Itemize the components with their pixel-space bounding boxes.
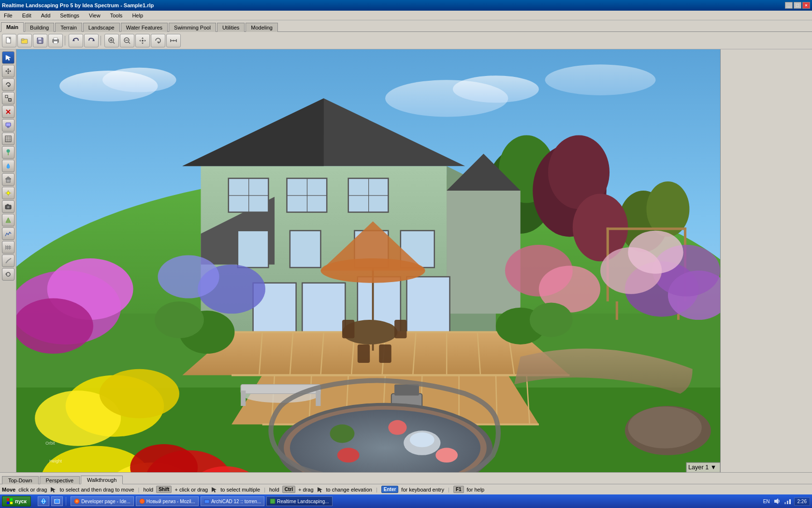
- svg-marker-50: [5, 177, 11, 179]
- status-detail3: to change elevation: [326, 487, 372, 493]
- tab-main[interactable]: Main: [1, 22, 24, 32]
- svg-rect-36: [9, 99, 11, 101]
- menu-tools[interactable]: Tools: [108, 12, 125, 19]
- start-button[interactable]: пуск: [2, 496, 31, 507]
- svg-point-158: [388, 420, 406, 435]
- water-tool[interactable]: [2, 160, 14, 172]
- save-button[interactable]: [33, 34, 47, 47]
- light-tool[interactable]: [2, 187, 14, 199]
- fence-tool[interactable]: [2, 241, 14, 254]
- tab-water-features[interactable]: Water Features: [121, 23, 168, 32]
- titlebar: Realtime Landscaping Pro 5 by Idea Spect…: [0, 0, 812, 11]
- taskbar-developer-page[interactable]: Developer page - Ide...: [71, 496, 134, 506]
- browser-icon: [74, 498, 80, 504]
- plant-tool[interactable]: [2, 146, 14, 159]
- quicklaunch-ie[interactable]: [38, 496, 49, 506]
- structure-tool[interactable]: [2, 173, 14, 186]
- svg-rect-200: [10, 498, 13, 501]
- redo-button[interactable]: [84, 34, 99, 47]
- svg-rect-212: [270, 499, 275, 504]
- elevation-tool[interactable]: [2, 227, 14, 240]
- viewport[interactable]: Layer 1 ▼ Orbit Height: [16, 49, 720, 472]
- quicklaunch-2[interactable]: [51, 496, 63, 506]
- svg-point-159: [435, 448, 458, 463]
- network-icon[interactable]: [783, 497, 791, 505]
- ctrl-key: Ctrl: [282, 486, 295, 493]
- paint-tool[interactable]: [2, 119, 14, 132]
- svg-rect-211: [204, 500, 209, 503]
- svg-marker-196: [51, 487, 56, 493]
- measure-button[interactable]: [166, 34, 181, 47]
- svg-point-33: [7, 71, 9, 72]
- delete-tool[interactable]: [2, 105, 14, 118]
- status-hold2-label: hold: [269, 487, 279, 493]
- menu-edit[interactable]: Edit: [20, 12, 33, 19]
- rotate-view-button[interactable]: [151, 34, 165, 47]
- select-tool[interactable]: [2, 51, 14, 64]
- svg-point-161: [628, 406, 702, 448]
- move-tool[interactable]: [2, 65, 14, 77]
- status-instruction1: click or drag: [18, 487, 47, 493]
- statusbar: Move click or drag to select and then dr…: [0, 484, 812, 494]
- start-label: пуск: [15, 498, 27, 504]
- zoom-out-button[interactable]: [120, 34, 134, 47]
- svg-rect-142: [394, 320, 406, 338]
- camera-tool[interactable]: [2, 200, 14, 213]
- svg-point-185: [530, 302, 573, 337]
- menu-settings[interactable]: Settings: [58, 12, 81, 19]
- undo-button[interactable]: [69, 34, 83, 47]
- maximize-button[interactable]: □: [794, 2, 801, 9]
- tab-landscape[interactable]: Landscape: [83, 23, 120, 32]
- zoom-in-button[interactable]: [104, 34, 119, 47]
- taskbar-mozilla[interactable]: Новый релиз - Mozil...: [136, 496, 199, 506]
- view-tab-topdown[interactable]: Top-Down: [2, 476, 39, 484]
- tab-terrain[interactable]: Terrain: [55, 23, 82, 32]
- scale-tool[interactable]: [2, 92, 14, 105]
- texture-tool[interactable]: [2, 133, 14, 145]
- open-button[interactable]: [17, 34, 32, 47]
- path-tool[interactable]: [2, 254, 14, 267]
- svg-marker-198: [318, 487, 322, 493]
- taskbar-realtime[interactable]: Realtime Landscaping...: [266, 496, 332, 506]
- status-detail4: for keyboard entry: [401, 487, 444, 493]
- tab-swimming-pool[interactable]: Swimming Pool: [169, 23, 216, 32]
- menu-file[interactable]: File: [2, 12, 14, 19]
- pan-button[interactable]: [135, 34, 150, 47]
- svg-point-174: [158, 255, 219, 299]
- taskbar-tray: EN 2:26: [763, 497, 810, 506]
- svg-point-157: [337, 448, 360, 463]
- new-button[interactable]: [2, 34, 16, 47]
- svg-rect-202: [10, 502, 13, 504]
- refresh-tool[interactable]: [2, 268, 14, 281]
- close-button[interactable]: ×: [802, 2, 810, 9]
- svg-point-71: [545, 64, 656, 95]
- taskbar-archicad[interactable]: ArchiCAD 12 :: torren...: [201, 496, 264, 506]
- tab-utilities[interactable]: Utilities: [217, 23, 245, 32]
- cursor-icon: [50, 486, 57, 493]
- status-detail5: for help: [467, 487, 485, 493]
- svg-point-57: [7, 206, 9, 209]
- view-tab-walkthrough[interactable]: Walkthrough: [81, 476, 123, 484]
- taskbar-realtime-label: Realtime Landscaping...: [277, 499, 329, 504]
- view-tab-perspective[interactable]: Perspective: [40, 476, 80, 484]
- tab-modeling[interactable]: Modeling: [246, 23, 278, 32]
- rotate-tool[interactable]: [2, 78, 14, 91]
- titlebar-controls: _ □ ×: [785, 2, 810, 9]
- menu-add[interactable]: Add: [39, 12, 53, 19]
- svg-rect-214: [784, 502, 786, 504]
- svg-rect-199: [7, 498, 9, 501]
- taskbar-mozilla-label: Новый релиз - Mozil...: [146, 499, 195, 504]
- print-button[interactable]: [48, 34, 63, 47]
- taskbar-archicad-label: ArchiCAD 12 :: torren...: [211, 499, 261, 504]
- svg-marker-213: [774, 498, 778, 504]
- svg-marker-18: [142, 37, 144, 39]
- terrain-tool[interactable]: [2, 214, 14, 226]
- menu-view[interactable]: View: [87, 12, 102, 19]
- svg-rect-58: [7, 204, 9, 206]
- svg-marker-21: [145, 40, 146, 42]
- status-detail2: to select multiple: [220, 487, 260, 493]
- minimize-button[interactable]: _: [785, 2, 793, 9]
- tab-building[interactable]: Building: [25, 23, 54, 32]
- speaker-icon[interactable]: [773, 497, 781, 505]
- menu-help[interactable]: Help: [130, 12, 145, 19]
